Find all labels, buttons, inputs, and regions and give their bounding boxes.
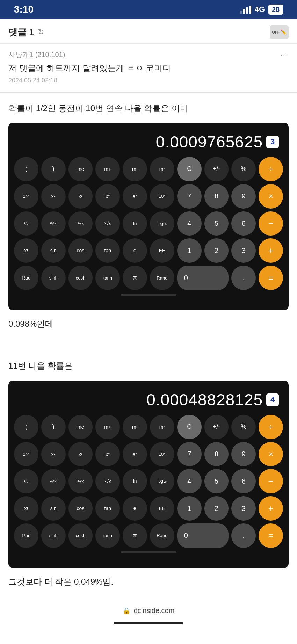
calc2-btn-subtract[interactable]: − xyxy=(259,469,283,493)
refresh-icon[interactable]: ↻ xyxy=(38,28,44,37)
calc-btn-subtract[interactable]: − xyxy=(259,211,283,236)
off-badge[interactable]: OFF ✏️ xyxy=(270,25,289,39)
calc2-btn-0[interactable]: 0 xyxy=(177,523,229,548)
calc2-btn-sqrt2[interactable]: ²√x xyxy=(41,469,66,493)
calc2-btn-close-paren[interactable]: ) xyxy=(41,415,66,439)
calc-btn-xy[interactable]: xʸ xyxy=(95,184,120,209)
calc-btn-ex[interactable]: eˣ xyxy=(123,184,147,209)
calc2-btn-sinh[interactable]: sinh xyxy=(41,523,66,548)
calc2-btn-plusminus[interactable]: +/- xyxy=(204,415,229,439)
calc-btn-4[interactable]: 4 xyxy=(177,211,202,236)
calc-btn-3[interactable]: 3 xyxy=(231,238,256,263)
calc-btn-sqrt3[interactable]: ³√x xyxy=(68,211,93,236)
calc-btn-rad[interactable]: Rad xyxy=(14,266,38,290)
calc2-btn-sin[interactable]: sin xyxy=(41,496,66,521)
calc2-btn-ln[interactable]: ln xyxy=(123,469,147,493)
calc2-btn-9[interactable]: 9 xyxy=(231,442,256,466)
calc-btn-1x[interactable]: ¹/ₓ xyxy=(14,211,38,236)
calc2-btn-sqrty[interactable]: ʸ√x xyxy=(95,469,120,493)
comment-more-button[interactable]: ··· xyxy=(280,50,289,59)
calc-btn-mr[interactable]: mr xyxy=(150,157,174,181)
calc2-btn-mr[interactable]: mr xyxy=(150,415,174,439)
calc2-btn-clear[interactable]: C xyxy=(177,415,202,439)
calc-btn-add[interactable]: + xyxy=(259,238,283,263)
calc2-btn-open-paren[interactable]: ( xyxy=(14,415,38,439)
calc-btn-cos[interactable]: cos xyxy=(68,238,93,263)
calc2-btn-add[interactable]: + xyxy=(259,496,283,521)
calc2-btn-2[interactable]: 2 xyxy=(204,496,229,521)
calc-btn-pi[interactable]: π xyxy=(123,266,147,290)
calc2-btn-cosh[interactable]: cosh xyxy=(68,523,93,548)
calc-btn-multiply[interactable]: × xyxy=(259,184,283,209)
calc-btn-cosh[interactable]: cosh xyxy=(68,266,93,290)
calc-btn-xsq[interactable]: x² xyxy=(41,184,66,209)
calc2-btn-decimal[interactable]: . xyxy=(231,523,256,548)
calc-btn-close-paren[interactable]: ) xyxy=(41,157,66,181)
calc2-btn-divide[interactable]: ÷ xyxy=(259,415,283,439)
calc2-btn-log10[interactable]: log₁₀ xyxy=(150,469,174,493)
calc2-btn-mminus[interactable]: m- xyxy=(123,415,147,439)
calc2-btn-6[interactable]: 6 xyxy=(231,469,256,493)
calc-btn-sin[interactable]: sin xyxy=(41,238,66,263)
calc2-btn-cos[interactable]: cos xyxy=(68,496,93,521)
calc2-btn-rad[interactable]: Rad xyxy=(14,523,38,548)
calc2-btn-rand[interactable]: Rand xyxy=(150,523,174,548)
calc-btn-tanh[interactable]: tanh xyxy=(95,266,120,290)
calc2-btn-sqrt3[interactable]: ³√x xyxy=(68,469,93,493)
calc-btn-rand-1[interactable]: Rand xyxy=(150,266,174,290)
calc2-btn-mc[interactable]: mc xyxy=(68,415,93,439)
calc2-btn-pi[interactable]: π xyxy=(123,523,147,548)
calc2-btn-7[interactable]: 7 xyxy=(177,442,202,466)
calc-btn-9[interactable]: 9 xyxy=(231,184,256,209)
calc-btn-mplus[interactable]: m+ xyxy=(95,157,120,181)
calc2-btn-percent[interactable]: % xyxy=(231,415,256,439)
calc-btn-1[interactable]: 1 xyxy=(177,238,202,263)
calc2-btn-e[interactable]: e xyxy=(123,496,147,521)
calc-btn-mminus[interactable]: m- xyxy=(123,157,147,181)
calc-btn-2nd[interactable]: 2nd xyxy=(14,184,38,209)
calc-btn-equals[interactable]: = xyxy=(259,266,283,290)
calc-btn-open-paren[interactable]: ( xyxy=(14,157,38,181)
calc-btn-7[interactable]: 7 xyxy=(177,184,202,209)
calc-btn-2[interactable]: 2 xyxy=(204,238,229,263)
calc-btn-decimal[interactable]: . xyxy=(231,266,256,290)
calc2-btn-tan[interactable]: tan xyxy=(95,496,120,521)
calc2-btn-factorial[interactable]: x! xyxy=(14,496,38,521)
calc-btn-sinh[interactable]: sinh xyxy=(41,266,66,290)
calc-btn-sqrt2[interactable]: ²√x xyxy=(41,211,66,236)
calc2-btn-ee[interactable]: EE xyxy=(150,496,174,521)
calc2-btn-5[interactable]: 5 xyxy=(204,469,229,493)
calc2-btn-1[interactable]: 1 xyxy=(177,496,202,521)
calc2-btn-1x[interactable]: ¹/ₓ xyxy=(14,469,38,493)
calc2-btn-xcube[interactable]: x³ xyxy=(68,442,93,466)
calc-btn-8[interactable]: 8 xyxy=(204,184,229,209)
calc-btn-plusminus[interactable]: +/- xyxy=(204,157,229,181)
calc-btn-sqrty[interactable]: ʸ√x xyxy=(95,211,120,236)
calc2-btn-multiply[interactable]: × xyxy=(259,442,283,466)
calc2-btn-xy[interactable]: xʸ xyxy=(95,442,120,466)
calc2-btn-3[interactable]: 3 xyxy=(231,496,256,521)
calc-btn-0[interactable]: 0 xyxy=(177,266,229,290)
calc-btn-factorial[interactable]: x! xyxy=(14,238,38,263)
calc-btn-tan[interactable]: tan xyxy=(95,238,120,263)
calc2-btn-xsq[interactable]: x² xyxy=(41,442,66,466)
calc2-btn-tanh[interactable]: tanh xyxy=(95,523,120,548)
calc2-btn-mplus[interactable]: m+ xyxy=(95,415,120,439)
calc-btn-log10[interactable]: log₁₀ xyxy=(150,211,174,236)
calc2-btn-2nd[interactable]: 2nd xyxy=(14,442,38,466)
calc-btn-10x[interactable]: 10ˣ xyxy=(150,184,174,209)
calc-btn-e[interactable]: e xyxy=(123,238,147,263)
calc-btn-6[interactable]: 6 xyxy=(231,211,256,236)
calc2-btn-10x[interactable]: 10ˣ xyxy=(150,442,174,466)
calc-btn-ln[interactable]: ln xyxy=(123,211,147,236)
calc2-btn-8[interactable]: 8 xyxy=(204,442,229,466)
calc2-btn-ex[interactable]: eˣ xyxy=(123,442,147,466)
calc-btn-percent[interactable]: % xyxy=(231,157,256,181)
calc2-btn-equals[interactable]: = xyxy=(259,523,283,548)
calc-btn-clear[interactable]: C xyxy=(177,157,202,181)
calc2-btn-4[interactable]: 4 xyxy=(177,469,202,493)
calc-btn-mc[interactable]: mc xyxy=(68,157,93,181)
calc-btn-xcube[interactable]: x³ xyxy=(68,184,93,209)
calc-btn-5[interactable]: 5 xyxy=(204,211,229,236)
calc-btn-divide[interactable]: ÷ xyxy=(259,157,283,181)
